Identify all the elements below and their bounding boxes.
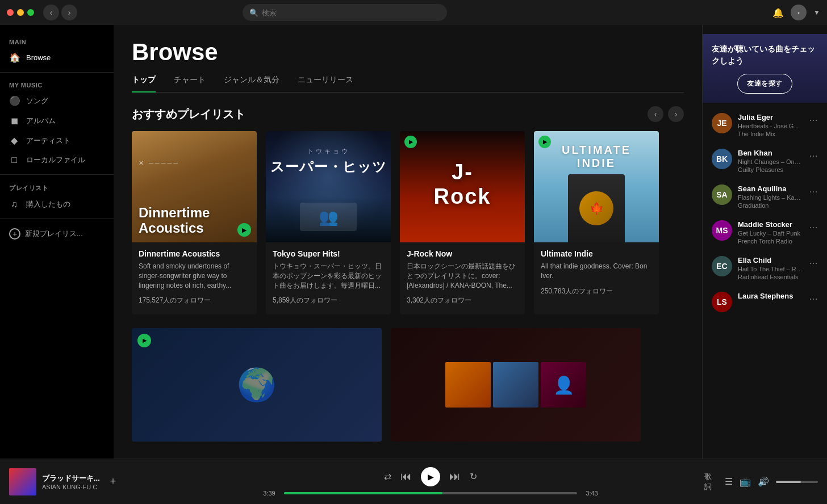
friend-name: Ella Child (738, 256, 803, 264)
search-bar[interactable]: 🔍 (243, 4, 447, 21)
repeat-button[interactable]: ↻ (470, 471, 477, 482)
avatar[interactable]: ▪ (791, 5, 807, 20)
find-friends-button[interactable]: 友達を探す (737, 74, 792, 94)
nav-arrows: ‹ › (43, 5, 77, 20)
friend-info-ben: Ben Khan Night Changes – One Direc... Gu… (738, 149, 803, 173)
friend-item-2[interactable]: BK Ben Khan Night Changes – One Direc...… (703, 143, 827, 179)
search-icon: 🔍 (249, 9, 258, 17)
close-button[interactable] (7, 9, 14, 16)
section-nav: ‹ › (648, 106, 684, 122)
more-icon[interactable]: … (809, 292, 818, 302)
friends-panel: 友達が聴いている曲をチェックしよう 友達を探す JE Julia Eger He… (702, 25, 827, 459)
tab-top[interactable]: トップ (132, 75, 156, 92)
forward-button[interactable]: › (61, 5, 77, 20)
friend-item-6[interactable]: LS Laura Stephens … (703, 286, 827, 318)
shuffle-button[interactable]: ⇄ (384, 471, 391, 482)
previous-button[interactable]: ⏮ (400, 470, 412, 483)
more-icon[interactable]: … (809, 184, 818, 195)
volume-fill (776, 481, 801, 483)
player-controls: ⇄ ⏮ ▶ ⏭ ↻ 3:39 3:43 (157, 467, 704, 497)
my-music-label: MY MUSIC (0, 77, 114, 91)
friend-name: Laura Stephens (738, 292, 803, 300)
progress-row: 3:39 3:43 (260, 490, 601, 497)
queue-icon[interactable]: ☰ (725, 476, 733, 487)
player-right: 歌詞 ☰ 📺 🔊 (704, 472, 818, 492)
sidebar-browse-label: Browse (26, 53, 51, 62)
progress-fill (284, 492, 442, 494)
card-info-dinnertime: Dinnertime Acoustics Soft and smoky unde… (132, 242, 257, 314)
bottom-card-1[interactable]: ▶ 🌍 (132, 328, 382, 442)
card-desc: トウキョウ・スーパー・ヒッツ。日本のポップシーンを彩る最新のヒット曲をお届けしま… (273, 262, 384, 290)
sidebar-item-local-files[interactable]: □ ローカルファイル (0, 150, 114, 170)
maximize-button[interactable] (27, 9, 34, 16)
playlist-card-jrock[interactable]: ▶ J-Rock J-Rock Now 日本ロックシーンの最新話題曲をひとつのプ… (400, 131, 525, 314)
friend-item-5[interactable]: EC Ella Child Hail To The Thief – Radio.… (703, 250, 827, 286)
next-button[interactable]: ⏭ (449, 470, 461, 483)
page-title: Browse (132, 39, 684, 66)
player-track: ブラッドサーキ... ASIAN KUNG-FU C + (9, 468, 157, 495)
artists-label: アーティスト (26, 136, 70, 146)
card-desc: 日本ロックシーンの最新話題曲をひとつのプレイリストに。cover: [Alexa… (407, 262, 518, 290)
more-icon[interactable]: … (809, 113, 818, 123)
friends-cta-area: 友達が聴いている曲をチェックしよう 友達を探す (703, 34, 827, 103)
playlist-card-tokyo[interactable]: トウキョウ スーパー・ヒッツ 👥 Tokyo S (266, 131, 391, 314)
card-info-tokyo: Tokyo Super Hits! トウキョウ・スーパー・ヒッツ。日本のポップシ… (266, 242, 391, 314)
traffic-lights (7, 9, 34, 16)
playlists-row: ✕ ───── DinnertimeAcoustics ▶ Dinnertime… (132, 131, 684, 314)
time-current: 3:39 (260, 490, 278, 497)
sidebar-item-artists[interactable]: ◆ アーティスト (0, 131, 114, 150)
playlist-card-ultimate-indie[interactable]: ▶ ULTIMATE INDIE 🍁 (534, 131, 659, 314)
back-button[interactable]: ‹ (43, 5, 59, 20)
next-button[interactable]: › (668, 106, 684, 122)
main-section-label: MAIN (0, 34, 114, 48)
songs-icon: ⚫ (9, 95, 19, 106)
friend-song: Flashing Lights – Kanye West (738, 194, 803, 201)
card-info-ultimate-indie: Ultimate Indie All that indie goodness. … (534, 242, 659, 305)
friend-item-4[interactable]: MS Maddie Stocker Get Lucky – Daft Punk … (703, 215, 827, 250)
local-files-icon: □ (9, 155, 19, 165)
card-image-dinnertime: ✕ ───── DinnertimeAcoustics ▶ (132, 131, 257, 242)
app-body: MAIN 🏠 Browse MY MUSIC ⚫ ソング ◼ アルバム ◆ アー… (0, 25, 827, 459)
sidebar-item-songs[interactable]: ⚫ ソング (0, 91, 114, 111)
friend-song: Hail To The Thief – Radio... (738, 266, 803, 272)
time-total: 3:43 (583, 490, 601, 497)
friend-playlist: Radiohead Essentials (738, 274, 803, 280)
search-input[interactable] (262, 9, 440, 17)
sidebar-item-albums[interactable]: ◼ アルバム (0, 111, 114, 131)
play-pause-button[interactable]: ▶ (421, 467, 440, 486)
friend-item-3[interactable]: SA Sean Aquilina Flashing Lights – Kanye… (703, 179, 827, 215)
sidebar-item-purchased[interactable]: ♫ 購入したもの (0, 195, 114, 214)
tab-charts[interactable]: チャート (174, 75, 206, 92)
chevron-down-icon[interactable]: ▼ (813, 9, 820, 16)
local-files-label: ローカルファイル (26, 155, 85, 165)
titlebar: ‹ › 🔍 🔔 ▪ ▼ (0, 0, 827, 25)
minimize-button[interactable] (17, 9, 24, 16)
friend-item-1[interactable]: JE Julia Eger Heartbeats - Jose Gonz... … (703, 107, 827, 143)
volume-icon[interactable]: 🔊 (758, 476, 769, 487)
progress-bar[interactable] (284, 492, 577, 494)
add-to-playlist-icon[interactable]: + (110, 476, 116, 488)
tab-new-releases[interactable]: ニューリリース (298, 75, 353, 92)
sidebar-item-browse[interactable]: 🏠 Browse (0, 48, 114, 68)
bottom-card-2[interactable]: 👤 (391, 328, 641, 442)
friend-song: Heartbeats - Jose Gonz... (738, 123, 803, 129)
tab-genres[interactable]: ジャンル＆気分 (224, 75, 279, 92)
volume-bar[interactable] (776, 481, 818, 483)
notifications-icon[interactable]: 🔔 (772, 7, 784, 18)
lyrics-button[interactable]: 歌詞 (704, 472, 718, 492)
more-icon[interactable]: … (809, 256, 818, 266)
more-icon[interactable]: … (809, 149, 818, 159)
friend-name: Maddie Stocker (738, 220, 803, 229)
friend-avatar-sean: SA (712, 184, 732, 205)
device-icon[interactable]: 📺 (740, 476, 751, 487)
player-bar: ブラッドサーキ... ASIAN KUNG-FU C + ⇄ ⏮ ▶ ⏭ ↻ 3… (0, 459, 827, 504)
card-image-ultimate-indie: ▶ ULTIMATE INDIE 🍁 (534, 131, 659, 242)
more-icon[interactable]: … (809, 220, 818, 230)
friend-info-julia: Julia Eger Heartbeats - Jose Gonz... The… (738, 113, 803, 137)
playlist-card-dinnertime[interactable]: ✕ ───── DinnertimeAcoustics ▶ Dinnertime… (132, 131, 257, 314)
card-followers: 175,527人のフォロワー (139, 296, 250, 305)
header-right: 🔔 ▪ ▼ (772, 5, 820, 20)
prev-button[interactable]: ‹ (648, 106, 663, 122)
new-playlist-button[interactable]: + 新規プレイリス... (0, 224, 114, 244)
card-desc: All that indie goodness. Cover: Bon Iver… (541, 262, 652, 281)
